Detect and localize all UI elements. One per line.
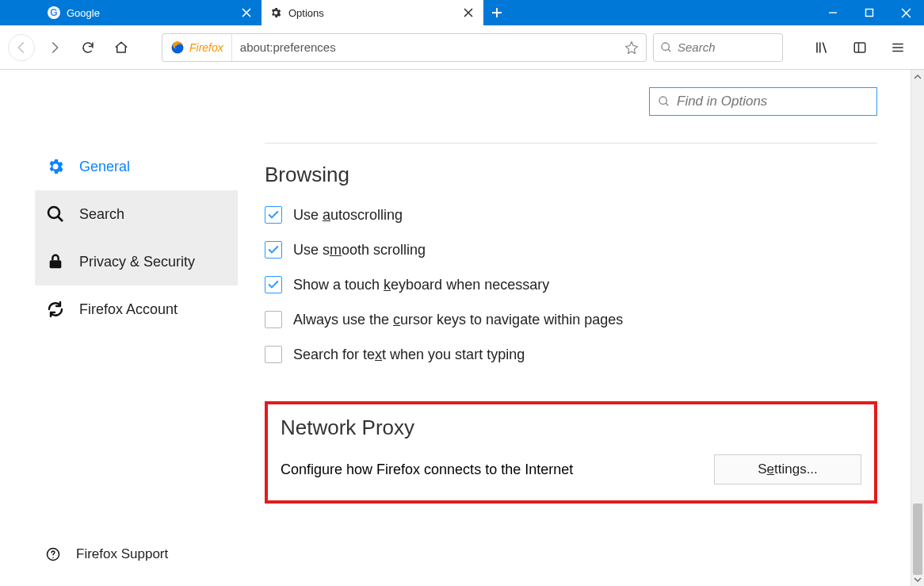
window-minimize-button[interactable] bbox=[815, 0, 851, 25]
tab-google[interactable]: G Google bbox=[40, 0, 262, 25]
section-proxy-title: Network Proxy bbox=[281, 416, 861, 440]
network-proxy-highlight: Network Proxy Configure how Firefox conn… bbox=[265, 401, 877, 504]
proxy-description: Configure how Firefox connects to the In… bbox=[281, 462, 573, 478]
scroll-up-icon[interactable] bbox=[911, 70, 924, 83]
preferences-page: General Search Privacy & Security Firefo… bbox=[0, 70, 911, 586]
url-bar[interactable]: Firefox bbox=[162, 33, 647, 62]
gear-icon bbox=[269, 6, 282, 19]
window-controls bbox=[815, 0, 924, 25]
checkbox-icon[interactable] bbox=[265, 276, 282, 293]
checkbox-icon[interactable] bbox=[265, 311, 282, 328]
checkbox-label: Always use the cursor keys to navigate w… bbox=[293, 312, 623, 328]
tab-google-close-icon[interactable] bbox=[239, 6, 254, 20]
tab-strip: G Google Options bbox=[0, 0, 510, 25]
new-tab-button[interactable] bbox=[483, 0, 510, 25]
category-general[interactable]: General bbox=[35, 143, 238, 190]
divider bbox=[265, 143, 877, 144]
menu-button[interactable] bbox=[884, 34, 911, 61]
checkbox-label: Show a touch keyboard when necessary bbox=[293, 277, 549, 293]
url-input[interactable] bbox=[232, 40, 617, 54]
checkbox-touch-keyboard[interactable]: Show a touch keyboard when necessary bbox=[265, 276, 877, 293]
checkbox-icon[interactable] bbox=[265, 241, 282, 259]
svg-point-4 bbox=[659, 97, 666, 104]
category-general-label: General bbox=[79, 159, 130, 175]
checkbox-autoscrolling[interactable]: Use autoscrolling bbox=[265, 206, 877, 224]
find-in-options[interactable] bbox=[649, 87, 877, 116]
search-icon bbox=[660, 41, 673, 54]
toolbar: Firefox bbox=[0, 25, 924, 70]
identity-box[interactable]: Firefox bbox=[162, 34, 232, 61]
google-favicon-icon: G bbox=[48, 6, 60, 19]
checkbox-search-text[interactable]: Search for text when you start typing bbox=[265, 346, 877, 363]
checkbox-cursor-keys[interactable]: Always use the cursor keys to navigate w… bbox=[265, 311, 877, 328]
lock-icon bbox=[46, 252, 65, 271]
sync-icon bbox=[46, 300, 65, 319]
section-browsing-title: Browsing bbox=[265, 163, 877, 187]
checkbox-icon[interactable] bbox=[265, 346, 282, 363]
magnifier-icon bbox=[46, 205, 65, 224]
checkbox-icon[interactable] bbox=[265, 206, 282, 224]
tab-options-close-icon[interactable] bbox=[461, 6, 475, 20]
search-input[interactable] bbox=[678, 40, 776, 54]
category-account[interactable]: Firefox Account bbox=[35, 285, 238, 333]
forward-button[interactable] bbox=[41, 34, 68, 61]
scrollbar-vertical[interactable] bbox=[911, 70, 924, 586]
svg-point-5 bbox=[48, 207, 59, 218]
search-icon bbox=[658, 95, 670, 108]
toolbar-right bbox=[808, 34, 911, 61]
checkbox-label: Search for text when you start typing bbox=[293, 347, 525, 363]
category-sidebar: General Search Privacy & Security Firefo… bbox=[35, 143, 238, 333]
svg-rect-6 bbox=[50, 260, 62, 268]
identity-label: Firefox bbox=[189, 41, 223, 54]
svg-rect-0 bbox=[866, 10, 873, 17]
checkbox-label: Use smooth scrolling bbox=[293, 242, 426, 259]
scroll-thumb[interactable] bbox=[913, 504, 922, 575]
category-privacy-label: Privacy & Security bbox=[79, 254, 195, 270]
sidebar-toggle-button[interactable] bbox=[846, 34, 873, 61]
scroll-track[interactable] bbox=[911, 83, 924, 573]
search-box[interactable] bbox=[653, 33, 783, 62]
category-search-label: Search bbox=[79, 206, 124, 223]
proxy-settings-button[interactable]: Settings... bbox=[714, 454, 861, 485]
checkbox-label: Use autoscrolling bbox=[293, 207, 403, 224]
category-account-label: Firefox Account bbox=[79, 301, 178, 318]
home-button[interactable] bbox=[108, 34, 135, 61]
find-input[interactable] bbox=[677, 94, 869, 109]
content-wrap: General Search Privacy & Security Firefo… bbox=[0, 70, 924, 586]
tab-google-title: Google bbox=[67, 7, 233, 19]
firefox-support-link[interactable]: Firefox Support bbox=[46, 546, 168, 562]
window-maximize-button[interactable] bbox=[851, 0, 888, 25]
main-pane: Browsing Use autoscrolling Use smooth sc… bbox=[265, 143, 877, 504]
svg-point-2 bbox=[662, 43, 669, 50]
gear-icon bbox=[46, 157, 65, 176]
help-icon bbox=[46, 547, 60, 561]
support-label: Firefox Support bbox=[76, 546, 168, 562]
category-privacy[interactable]: Privacy & Security bbox=[35, 238, 238, 285]
checkbox-smooth-scrolling[interactable]: Use smooth scrolling bbox=[265, 241, 877, 259]
tab-options-title: Options bbox=[288, 7, 455, 19]
bookmark-star-icon[interactable] bbox=[617, 40, 646, 55]
back-button[interactable] bbox=[8, 34, 35, 61]
firefox-icon bbox=[170, 40, 185, 55]
svg-rect-3 bbox=[854, 43, 865, 52]
reload-button[interactable] bbox=[74, 34, 101, 61]
library-button[interactable] bbox=[808, 34, 835, 61]
window-close-button[interactable] bbox=[888, 0, 924, 25]
titlebar: G Google Options bbox=[0, 0, 924, 25]
tab-options[interactable]: Options bbox=[262, 0, 483, 25]
category-search[interactable]: Search bbox=[35, 190, 238, 238]
